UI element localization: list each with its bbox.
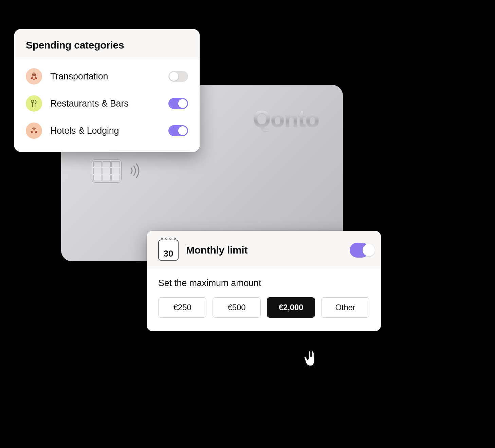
category-label: Transportation <box>50 71 160 82</box>
amount-option-2000[interactable]: €2,000 <box>267 297 315 318</box>
svg-line-4 <box>314 366 315 368</box>
category-row-restaurants: Restaurants & Bars <box>14 90 200 117</box>
calendar-icon: 30 <box>158 240 179 261</box>
contactless-icon <box>128 161 143 182</box>
svg-point-0 <box>33 75 35 76</box>
card-chip-icon <box>92 160 122 183</box>
category-toggle-transportation[interactable] <box>168 71 188 82</box>
utensils-icon <box>26 95 42 112</box>
spending-categories-header: Spending categories <box>14 29 200 59</box>
amount-option-250[interactable]: €250 <box>158 297 206 318</box>
monthly-limit-panel: 30 Monthly limit Set the maximum amount … <box>147 231 381 331</box>
amount-option-other[interactable]: Other <box>321 297 369 318</box>
category-row-transportation: Transportation <box>14 63 200 90</box>
svg-line-2 <box>304 365 306 367</box>
monthly-limit-toggle[interactable] <box>350 243 369 258</box>
spending-categories-list: Transportation Restaurants & Bars <box>14 59 200 152</box>
pointer-cursor-icon <box>303 348 321 370</box>
category-toggle-restaurants[interactable] <box>168 98 188 109</box>
category-label: Hotels & Lodging <box>50 126 160 136</box>
amount-option-500[interactable]: €500 <box>213 297 261 318</box>
monthly-limit-body: Set the maximum amount €250 €500 €2,000 … <box>147 268 381 331</box>
category-row-hotels: Hotels & Lodging <box>14 117 200 144</box>
category-toggle-hotels[interactable] <box>168 125 188 136</box>
svg-line-3 <box>309 367 310 369</box>
amount-options: €250 €500 €2,000 Other <box>158 297 369 318</box>
svg-point-1 <box>31 100 34 103</box>
monthly-limit-header: 30 Monthly limit <box>147 231 381 268</box>
rocket-icon <box>26 68 42 85</box>
card-brand-logo: Qonto <box>253 105 319 132</box>
monthly-limit-title: Monthly limit <box>186 244 342 256</box>
stars-icon <box>26 123 42 139</box>
calendar-day: 30 <box>164 249 173 258</box>
category-label: Restaurants & Bars <box>50 98 160 109</box>
spending-categories-panel: Spending categories Transportation <box>14 29 200 152</box>
monthly-limit-subtitle: Set the maximum amount <box>158 278 369 288</box>
spending-categories-title: Spending categories <box>26 39 188 51</box>
